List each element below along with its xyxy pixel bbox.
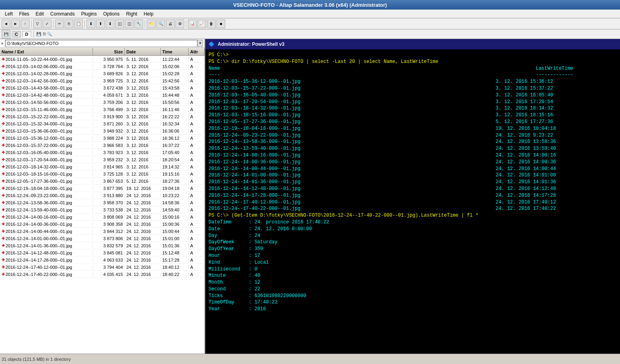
- file-time: 15:00:16: [161, 215, 189, 219]
- menu-edit[interactable]: Edit: [32, 10, 47, 18]
- toolbar-btn10[interactable]: ⬇: [106, 20, 114, 28]
- table-row[interactable]: ✚2016-12-03--15-37-22-000--01.jpg3 966 5…: [0, 142, 205, 149]
- drive-d[interactable]: D: [22, 31, 31, 37]
- file-date: 3. 12. 2016: [125, 143, 161, 148]
- path-dropdown[interactable]: ▼: [197, 40, 203, 47]
- toolbar-btn16[interactable]: 🖨: [166, 20, 175, 28]
- table-row[interactable]: ✚2016-12-24--17-40-12-000--01.jpg3 794 4…: [0, 264, 205, 271]
- toolbar-copy[interactable]: ⎘: [65, 20, 73, 28]
- table-row[interactable]: ✚2016-12-03--16-05-40-000--01.jpg3 783 9…: [0, 149, 205, 156]
- toolbar-btn17[interactable]: ⚙: [175, 20, 184, 28]
- drive-c[interactable]: C: [12, 31, 21, 37]
- toolbar-back[interactable]: ◄: [2, 20, 10, 28]
- file-time: 10:23:22: [161, 193, 189, 198]
- ps-content[interactable]: PS C:\>PS C:\> dir D:\fotky\VSECHNO-FOTO…: [205, 49, 620, 354]
- table-row[interactable]: ✚2016-12-19--18-04-18-000--01.jpg3 877 3…: [0, 185, 205, 192]
- table-row[interactable]: ✚2016-12-03--15-22-22-000--01.jpg3 919 9…: [0, 113, 205, 120]
- file-size: 3 958 370: [93, 200, 125, 205]
- table-row[interactable]: ✚2016-12-24--14-01-36-000--01.jpg3 832 5…: [0, 242, 205, 249]
- toolbar-btn19[interactable]: 📈: [197, 20, 206, 28]
- file-attr: A: [189, 129, 205, 133]
- toolbar-btn9[interactable]: ⬆: [96, 20, 105, 28]
- toolbar-btn15[interactable]: 🔍: [156, 20, 165, 28]
- table-row[interactable]: ✚2016-12-24--14-17-28-000--01.jpg4 063 6…: [0, 256, 205, 264]
- menu-plugins[interactable]: Plugins: [78, 10, 100, 18]
- ps-line: Kind : Local: [209, 259, 617, 266]
- header-time[interactable]: Time: [161, 48, 189, 55]
- toolbar-btn4[interactable]: ✓: [43, 20, 51, 28]
- table-row[interactable]: ✚2016-12-05--17-27-36-000--01.jpg3 867 6…: [0, 178, 205, 185]
- table-row[interactable]: ✚2016-12-24--14-00-36-000--01.jpg3 908 3…: [0, 221, 205, 228]
- file-attr: A: [189, 93, 205, 98]
- file-attr: A: [189, 172, 205, 176]
- menu-help[interactable]: Help: [140, 10, 157, 18]
- table-row[interactable]: ✚2016-12-03--14-50-56-000--01.jpg3 759 2…: [0, 99, 205, 106]
- table-row[interactable]: ✚2016-12-03--14-02-06-000--01.jpg3 728 7…: [0, 63, 205, 70]
- table-row[interactable]: ✚2016-12-03--17-20-54-000--01.jpg3 959 2…: [0, 156, 205, 163]
- table-row[interactable]: ✚2016-12-03--14-42-48-000--01.jpg4 059 6…: [0, 92, 205, 99]
- menu-left[interactable]: Left: [2, 10, 16, 18]
- table-row[interactable]: ✚2016-12-24--14-01-00-000--01.jpg3 873 8…: [0, 235, 205, 242]
- file-icon: ✚: [2, 222, 5, 226]
- file-size: 3 969 725: [93, 78, 125, 83]
- toolbar-btn12[interactable]: ◫: [125, 20, 134, 28]
- title-bar: VSECHNO-FOTO - Altap Salamander 3.06 (x6…: [0, 0, 620, 10]
- table-row[interactable]: ✚2016-12-03--15-36-12-000--01.jpg3 988 2…: [0, 135, 205, 142]
- table-row[interactable]: ✚2016-12-03--14-02-28-000--01.jpg3 689 8…: [0, 70, 205, 77]
- ps-line: PS C:\> dir D:\fotky\VSECHNO-FOTO | sele…: [209, 59, 617, 65]
- table-row[interactable]: ✚2016-12-24--13-58-36-000--01.jpg3 958 3…: [0, 199, 205, 206]
- table-row[interactable]: ✚2016-12-03--15-11-46-000--01.jpg3 766 4…: [0, 106, 205, 113]
- toolbar-btn21[interactable]: ■: [217, 20, 225, 28]
- toolbar-paste[interactable]: 📋: [74, 20, 83, 28]
- ps-line: 2016-12-03--15-36-12-000--01.jpg 3. 12. …: [209, 78, 617, 85]
- file-date: 3. 12. 2016: [125, 107, 161, 112]
- toolbar-btn8[interactable]: ⬇: [87, 20, 95, 28]
- toolbar-btn3[interactable]: ▽: [33, 20, 42, 28]
- ps-line: 2016-12-24--14-17-28-000--01.jpg 24. 12.…: [209, 192, 617, 199]
- header-name[interactable]: Name / Ext: [0, 48, 93, 55]
- table-row[interactable]: ✚2016-12-03--18-15-16-000--01.jpg3 725 1…: [0, 170, 205, 178]
- ps-line: DayOfYear : 359: [209, 246, 617, 252]
- ps-icon: 🔷: [209, 41, 215, 47]
- file-time: 15:01:36: [161, 243, 189, 248]
- toolbar-btn20[interactable]: 🗑: [207, 20, 216, 28]
- table-row[interactable]: ✚2016-12-24--09-23-22-000--01.jpg3 913 8…: [0, 192, 205, 199]
- menu-files[interactable]: Files: [16, 10, 32, 18]
- file-name: 2016-12-24--14-17-28-000--01.jpg: [6, 258, 72, 262]
- file-attr: A: [189, 229, 205, 234]
- path-input[interactable]: [5, 40, 197, 47]
- file-time: 15:42:56: [161, 78, 189, 83]
- menu-options[interactable]: Options: [100, 10, 123, 18]
- table-row[interactable]: ✚2016-12-03--14-43-58-000--01.jpg3 672 4…: [0, 84, 205, 92]
- table-row[interactable]: ✚2016-12-03--14-42-56-000--01.jpg3 969 7…: [0, 77, 205, 84]
- toolbar-btn11[interactable]: ◫: [115, 20, 124, 28]
- table-row[interactable]: ✚2016-12-24--17-40-22-000--01.jpg4 035 4…: [0, 271, 205, 278]
- header-attr[interactable]: Attr: [189, 48, 205, 55]
- toolbar-sep3: [85, 20, 85, 28]
- header-size[interactable]: Size: [93, 48, 125, 55]
- toolbar-cut[interactable]: ✂: [55, 20, 64, 28]
- toolbar-btn14[interactable]: 📁: [147, 20, 155, 28]
- toolbar-btn13[interactable]: 🔧: [134, 20, 143, 28]
- table-row[interactable]: ✚2016-12-03--18-14-32-000--01.jpg3 814 9…: [0, 163, 205, 170]
- table-row[interactable]: ✚2016-12-24--14-00-44-000--01.jpg3 844 3…: [0, 228, 205, 235]
- file-size: 3 877 395: [93, 186, 125, 191]
- file-time: 18:40:12: [161, 265, 189, 270]
- table-row[interactable]: ✚2016-12-03--15-32-34-000--01.jpg3 871 2…: [0, 120, 205, 127]
- menu-right[interactable]: Right: [123, 10, 140, 18]
- header-date[interactable]: Date: [125, 48, 161, 55]
- menu-commands[interactable]: Commands: [47, 10, 78, 18]
- path-arrow: ▸: [2, 41, 4, 45]
- table-row[interactable]: ✚2016-12-24--13-59-40-000--01.jpg3 733 5…: [0, 206, 205, 213]
- toolbar-forward[interactable]: ►: [11, 20, 20, 28]
- toolbar-btn18[interactable]: 📊: [188, 20, 197, 28]
- menu-bar: Left Files Edit Commands Plugins Options…: [0, 10, 620, 18]
- table-row[interactable]: ✚2016-12-03--15-36-06-000--01.jpg3 949 9…: [0, 127, 205, 135]
- toolbar-up[interactable]: ↑: [21, 20, 30, 28]
- table-row[interactable]: ✚2016-11-05--10-22-44-000--01.jpg3 950 9…: [0, 56, 205, 63]
- file-icon: ✚: [2, 265, 5, 269]
- table-row[interactable]: ✚2016-12-24--14-00-16-000--01.jpg3 808 0…: [0, 213, 205, 221]
- file-time: 16:11:46: [161, 107, 189, 112]
- file-list[interactable]: ✚2016-11-05--10-22-44-000--01.jpg3 950 9…: [0, 56, 205, 354]
- table-row[interactable]: ✚2016-12-24--14-12-48-000--01.jpg3 845 0…: [0, 249, 205, 256]
